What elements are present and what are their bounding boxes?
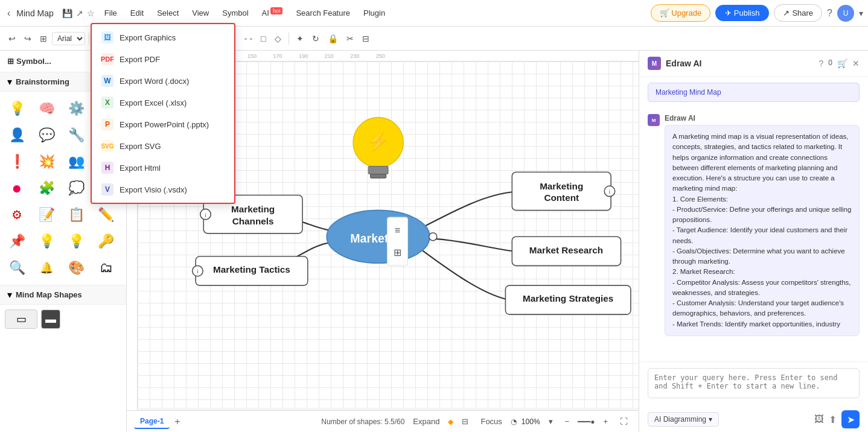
export-svg-item[interactable]: SVG Export SVG (92, 135, 234, 157)
menu-view[interactable]: View (186, 5, 215, 20)
shape-pin[interactable]: 📌 (5, 229, 29, 253)
format-button[interactable]: ⊞ (36, 31, 51, 46)
ai-export-button[interactable]: ⬆ (829, 410, 837, 428)
lightbulb-base (368, 166, 388, 174)
lock-button[interactable]: 🔒 (324, 31, 342, 46)
shape-dot[interactable]: ● (5, 176, 29, 200)
mindmap-shape-1[interactable]: ▭ (5, 310, 37, 329)
ai-send-button[interactable]: ➤ (841, 410, 860, 428)
zoom-down-icon[interactable]: ▾ (545, 416, 557, 427)
menu-ai[interactable]: AIhot (256, 5, 289, 20)
publish-button[interactable]: ✈ Publish (715, 5, 769, 21)
share-button[interactable]: ↗ Share (774, 4, 822, 22)
properties-tool[interactable]: ≡ (390, 221, 405, 240)
ai-help-button[interactable]: ? (819, 59, 824, 68)
export-dropdown-menu: 🖼 Export Graphics PDF Export PDF W Expor… (91, 23, 235, 204)
page-1-tab[interactable]: Page-1 (134, 415, 170, 429)
shape-pencil[interactable]: ✏️ (94, 203, 118, 227)
menu-search[interactable]: Search Feature (290, 5, 356, 20)
export-html-item[interactable]: H Export Html (92, 157, 234, 179)
menu-edit[interactable]: Edit (124, 5, 150, 20)
ai-input-field[interactable] (648, 368, 860, 398)
shape-palette[interactable]: 🎨 (65, 256, 89, 280)
export-pdf-icon: PDF (101, 53, 113, 65)
shape-chat[interactable]: 💬 (34, 123, 59, 147)
export-visio-item[interactable]: V Export Visio (.vsdx) (92, 179, 234, 200)
shape2-button[interactable]: ◇ (271, 31, 285, 46)
shape-wrench[interactable]: 🔧 (65, 123, 89, 147)
refresh-button[interactable]: ↻ (308, 31, 323, 46)
shape-key[interactable]: 🔑 (94, 229, 118, 253)
sparkle-button[interactable]: ✦ (293, 31, 307, 46)
ai-image-button[interactable]: 🖼 (814, 410, 824, 428)
focus-button[interactable]: Focus (477, 416, 505, 427)
menu-symbol[interactable]: Symbol (216, 5, 254, 20)
expand-button[interactable]: Expand (409, 416, 443, 427)
redo-button[interactable]: ↪ (21, 31, 35, 46)
shape-burst[interactable]: 💥 (34, 150, 59, 174)
shape-lightbulb[interactable]: 💡 (5, 97, 29, 121)
shape-puzzle[interactable]: 🧩 (34, 176, 59, 200)
shape-lightbulb3[interactable]: 💡 (65, 229, 89, 253)
export-pdf-item[interactable]: PDF Export PDF (92, 48, 234, 70)
shape-exclaim[interactable]: ❗ (5, 150, 29, 174)
export-visio-label: Export Visio (.vsdx) (120, 185, 187, 194)
canvas-right-tools: ≡ ⊞ (387, 217, 408, 266)
shape-person[interactable]: 👤 (5, 123, 29, 147)
share-icon: ↗ (783, 8, 790, 17)
shape-thought[interactable]: 💭 (65, 176, 89, 200)
shape-button[interactable]: □ (257, 31, 269, 46)
shape-notepad[interactable]: 📝 (34, 203, 59, 227)
zoom-level: 100% (522, 418, 540, 426)
export-word-item[interactable]: W Export Word (.docx) (92, 70, 234, 92)
ai-mode-button[interactable]: AI Diagramming ▾ (648, 412, 719, 427)
shape-bell[interactable]: 🔔 (34, 256, 59, 280)
help-button[interactable]: ? (827, 8, 832, 19)
font-selector[interactable]: Arial (52, 32, 85, 45)
export-visio-icon: V (101, 183, 113, 195)
shape-cog2[interactable]: ⚙ (5, 203, 29, 227)
top-bar-left: ‹ Mind Map 💾 ↗ ☆ File Edit Select View S… (5, 5, 648, 21)
export-excel-item[interactable]: X Export Excel (.xlsx) (92, 92, 234, 113)
export-ppt-item[interactable]: P Export PowerPoint (.pptx) (92, 113, 234, 135)
save-icon-button[interactable]: 💾 (62, 8, 72, 18)
section-collapse-icon: ▾ (7, 76, 12, 87)
export-excel-icon: X (101, 97, 113, 109)
shape-magnify[interactable]: 🔍 (5, 256, 29, 280)
upgrade-button[interactable]: 🛒 Upgrade (651, 4, 710, 22)
zoom-in-button[interactable]: + (599, 416, 611, 427)
avatar-chevron[interactable]: ▾ (859, 8, 863, 18)
shape-lightbulb2[interactable]: 💡 (34, 229, 59, 253)
export-graphics-item[interactable]: 🖼 Export Graphics (92, 27, 234, 48)
shape-lines[interactable]: 📋 (65, 203, 89, 227)
share-icon-button[interactable]: ↗ (76, 8, 83, 18)
layers-tool[interactable]: ⊞ (390, 243, 405, 262)
export-ppt-label: Export PowerPoint (.pptx) (120, 120, 209, 129)
mindmap-shape-2[interactable]: ▬ (41, 310, 60, 329)
shape-folder[interactable]: 🗂 (94, 256, 118, 280)
menu-file[interactable]: File (98, 5, 123, 20)
bottom-bar: Page-1 + Number of shapes: 5.5/60 Expand… (127, 410, 639, 432)
shape-brain[interactable]: 🧠 (34, 97, 59, 121)
content-node[interactable] (512, 172, 611, 210)
star-icon-button[interactable]: ☆ (87, 8, 95, 18)
grid-button[interactable]: ⊟ (359, 31, 373, 46)
shape-gear[interactable]: ⚙️ (65, 97, 89, 121)
shape-group[interactable]: 👥 (65, 150, 89, 174)
layers-bottom-btn[interactable]: ⊟ (458, 416, 472, 427)
cut-button[interactable]: ✂ (343, 31, 357, 46)
ai-cart-button[interactable]: 🛒 (837, 59, 847, 68)
fullscreen-button[interactable]: ⛶ (616, 416, 631, 427)
zoom-out-button[interactable]: − (561, 416, 573, 427)
menu-select[interactable]: Select (151, 5, 185, 20)
research-label: Market Research (529, 245, 603, 255)
ai-close-button[interactable]: ✕ (852, 59, 860, 68)
menu-plugin[interactable]: Plugin (357, 5, 391, 20)
ai-suggestion-chip[interactable]: Marketing Mind Map (648, 83, 860, 102)
user-avatar[interactable]: U (837, 5, 854, 22)
undo-button[interactable]: ↩ (5, 31, 19, 46)
back-button[interactable]: ‹ (5, 5, 13, 21)
dash-button[interactable]: - - (241, 31, 256, 46)
add-page-button[interactable]: + (174, 416, 180, 427)
mindmap-section-header[interactable]: ▾ Mind Map Shapes (0, 285, 126, 305)
